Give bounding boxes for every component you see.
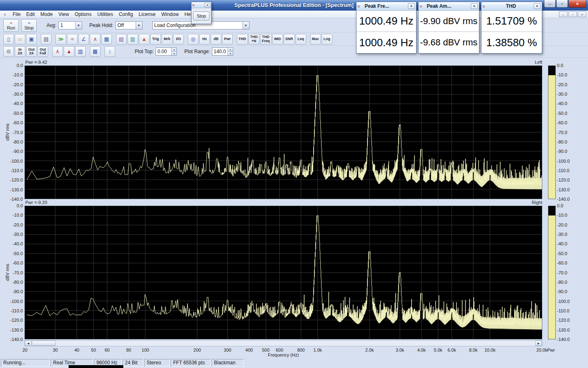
dropdown-arrow-icon[interactable]: ▼ bbox=[75, 22, 82, 29]
child-restore-button[interactable]: ▫ bbox=[568, 11, 577, 17]
close-icon[interactable]: × bbox=[534, 3, 541, 9]
spin-down-icon[interactable]: ▾ bbox=[228, 52, 233, 56]
menu-view[interactable]: View bbox=[56, 11, 72, 18]
meter-scale-label: -30.0 bbox=[557, 92, 577, 96]
peak-frequency-title: Peak Fre... bbox=[365, 3, 389, 9]
plot-style-line-button[interactable]: ∧ bbox=[52, 46, 63, 57]
menu-window[interactable]: Window bbox=[158, 11, 182, 18]
meter-view-button[interactable]: ▥ bbox=[127, 34, 138, 45]
spin-up-icon[interactable]: ▴ bbox=[172, 48, 176, 52]
thd-plus-n-button[interactable]: THD +N bbox=[249, 34, 260, 45]
macro-button[interactable]: Mac bbox=[310, 34, 321, 45]
spectrum-plot-left[interactable] bbox=[24, 65, 542, 199]
signal-generator-button[interactable]: ◎ bbox=[188, 34, 198, 45]
save-file-button[interactable]: ▣ bbox=[26, 34, 37, 45]
y-axis-tick-label: -20.0 bbox=[4, 222, 23, 227]
plot-range-input[interactable]: 140.0 ▴▾ bbox=[212, 47, 233, 56]
zoom-in-2x-button[interactable]: In 2X bbox=[15, 46, 25, 57]
snr-label: SNR bbox=[285, 37, 293, 41]
zoom-button[interactable]: ⊙ bbox=[3, 46, 14, 57]
marker-button[interactable]: Mrk bbox=[162, 34, 172, 45]
child-close-button[interactable]: × bbox=[578, 11, 586, 17]
plot-style-bars-button[interactable]: ▥ bbox=[75, 46, 86, 57]
spectrum-view-icon: ∧ bbox=[93, 36, 97, 42]
x-axis-tick-label: 8.0k bbox=[469, 348, 478, 352]
child-minimize-button[interactable]: – bbox=[559, 11, 568, 17]
menu-utilities[interactable]: Utilities bbox=[94, 11, 116, 18]
time-series-view-button[interactable]: ≈ bbox=[67, 34, 78, 45]
phase-view-button[interactable]: ∠ bbox=[78, 34, 89, 45]
snr-button[interactable]: SNR bbox=[284, 34, 295, 45]
units-db-button[interactable]: dB bbox=[211, 34, 221, 45]
spin-down-icon[interactable]: ▾ bbox=[172, 52, 176, 56]
spectrum-trace-right bbox=[25, 206, 542, 339]
child-window-icon[interactable]: ≈ bbox=[2, 11, 8, 17]
meter-fill-left bbox=[548, 75, 555, 199]
data-table-button[interactable]: ▦ bbox=[90, 46, 100, 57]
scroll-track[interactable] bbox=[31, 341, 535, 346]
zoom-out-full-button[interactable]: Out Full bbox=[38, 46, 48, 57]
spectrum-view-button[interactable]: ∧ bbox=[90, 34, 100, 45]
imd-label: IMD bbox=[274, 37, 281, 41]
view-toolbar-items: ▯▱▣▤≫≈∠∧▦▧▥▲TrigMrkI/O◎HzdBPwrTHDTHD +NT… bbox=[3, 34, 333, 45]
trigger-button[interactable]: Trig bbox=[150, 34, 161, 45]
peak-hold-select[interactable]: Off ▼ bbox=[116, 21, 143, 29]
x-axis-tick-label: 500 bbox=[262, 348, 270, 352]
menu-license[interactable]: License bbox=[136, 11, 158, 18]
run-fast-button[interactable]: ≫ bbox=[56, 34, 66, 45]
peak-view-button[interactable]: ▲ bbox=[139, 34, 149, 45]
close-icon[interactable]: × bbox=[471, 3, 478, 9]
new-file-button[interactable]: ▯ bbox=[3, 34, 14, 45]
menu-file[interactable]: File bbox=[10, 11, 23, 18]
menu-edit[interactable]: Edit bbox=[23, 11, 38, 18]
menu-config[interactable]: Config bbox=[116, 11, 136, 18]
meter-scale-label: 0.0 bbox=[557, 203, 577, 208]
close-button[interactable]: × bbox=[568, 0, 586, 8]
dropdown-arrow-icon[interactable]: ▼ bbox=[136, 22, 142, 29]
spectrogram-view-button[interactable]: ▦ bbox=[101, 34, 112, 45]
thd-titlebar[interactable]: ≈ THD × bbox=[481, 2, 542, 11]
zoom-out-2x-button[interactable]: Out 2X bbox=[26, 46, 37, 57]
imd-button[interactable]: IMD bbox=[272, 34, 283, 45]
units-pwr-button[interactable]: Pwr bbox=[222, 34, 233, 45]
minimize-button[interactable]: – bbox=[544, 0, 556, 8]
menu-mode[interactable]: Mode bbox=[38, 11, 56, 18]
x-axis-tick-label: 5.0k bbox=[434, 348, 443, 352]
dropdown-arrow-icon[interactable]: ▼ bbox=[243, 22, 249, 29]
meter-scale-label: -10.0 bbox=[557, 213, 577, 218]
plot-h-scrollbar[interactable]: ◀ ▶ bbox=[24, 340, 542, 346]
restore-button[interactable]: ▫ bbox=[556, 0, 568, 8]
run-button[interactable]: ≈ Run bbox=[3, 19, 19, 32]
scroll-right-button[interactable]: ▶ bbox=[535, 341, 542, 346]
scroll-left-button[interactable]: ◀ bbox=[25, 341, 31, 346]
stop-window-titlebar[interactable]: ≈ × bbox=[192, 2, 211, 8]
close-icon[interactable]: × bbox=[205, 3, 210, 7]
plot-style-filled-button[interactable]: ▲ bbox=[64, 46, 74, 57]
peak-amplitude-titlebar[interactable]: ≈ Peak Am... × bbox=[419, 2, 479, 11]
stop-button[interactable]: ≈ Stop bbox=[21, 19, 37, 32]
spin-up-icon[interactable]: ▴ bbox=[228, 48, 233, 52]
close-icon[interactable]: × bbox=[408, 3, 415, 9]
meter-scale-label: -140.0 bbox=[557, 337, 577, 342]
surface-view-button[interactable]: ▧ bbox=[116, 34, 127, 45]
thd-button[interactable]: THD bbox=[237, 34, 248, 45]
io-device-button[interactable]: I/O bbox=[173, 34, 184, 45]
open-file-button[interactable]: ▱ bbox=[15, 34, 25, 45]
spectrum-plot-right[interactable] bbox=[24, 206, 542, 339]
units-hz-button[interactable]: Hz bbox=[199, 34, 210, 45]
leq-button[interactable]: Leq bbox=[296, 34, 306, 45]
plot-style-line-icon: ∧ bbox=[56, 49, 60, 54]
logging-button[interactable]: Log bbox=[322, 34, 332, 45]
avg-select[interactable]: 1 ▼ bbox=[58, 21, 82, 29]
autoscale-vertical-button[interactable]: ↕ bbox=[105, 46, 115, 57]
thd-freq-button[interactable]: THD Freq bbox=[260, 34, 272, 45]
print-button[interactable]: ▤ bbox=[41, 34, 51, 45]
y-axis-tick-label: 0.0 bbox=[4, 203, 23, 208]
menu-options[interactable]: Options bbox=[72, 11, 94, 18]
floating-stop-button[interactable]: Stop bbox=[193, 11, 209, 20]
plot-top-input[interactable]: 0.00 ▴▾ bbox=[156, 47, 177, 56]
x-axis-tick-label: 800 bbox=[297, 348, 305, 352]
scroll-thumb[interactable] bbox=[32, 341, 56, 346]
taskbar-sliver bbox=[69, 365, 123, 368]
peak-frequency-titlebar[interactable]: ≈ Peak Fre... × bbox=[356, 2, 416, 11]
